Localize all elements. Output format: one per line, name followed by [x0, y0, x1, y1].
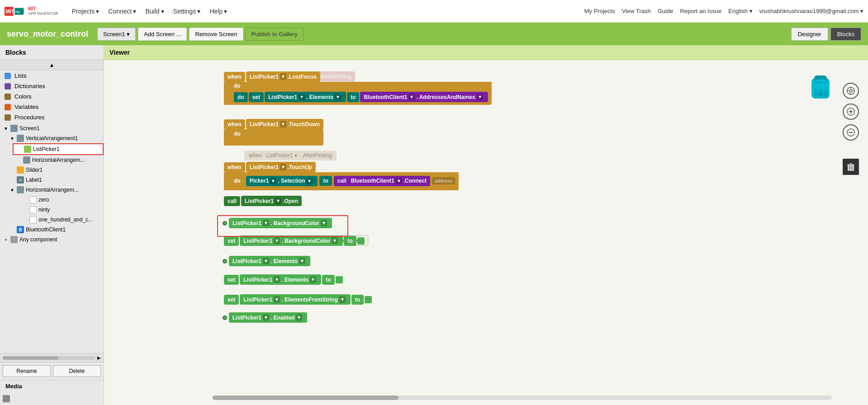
nav-my-projects[interactable]: My Projects — [584, 8, 615, 14]
bt-call-dropdown[interactable]: ▾ — [396, 178, 402, 184]
block-touchdown-component[interactable]: ListPicker1 ▾ .TouchDown — [246, 119, 323, 129]
bt-dropdown[interactable]: ▾ — [408, 94, 415, 100]
tree-toggle-any[interactable]: + — [3, 236, 9, 243]
block-set-elementsfromstring[interactable]: set ListPicker1 ▾ . ElementsFromString ▾… — [224, 294, 372, 305]
add-screen-button[interactable]: Add Screen ... — [138, 28, 187, 41]
block-set-efs-component[interactable]: ListPicker1 ▾ . ElementsFromString ▾ — [240, 294, 351, 305]
backpack-icon[interactable] — [805, 74, 836, 105]
selection-dropdown[interactable]: ▾ — [306, 178, 313, 184]
block-set-efs-value[interactable] — [365, 296, 372, 303]
tree-item-zero[interactable]: zero — [19, 195, 104, 205]
nav-user-email[interactable]: vrushabhkrushnarao1999@gmail.com ▾ — [759, 8, 864, 14]
block-group-lostfocus[interactable]: BeforePicking when ListPicker1 ▾ .LostFo… — [224, 71, 492, 105]
block-call-listpicker-open[interactable]: ListPicker1 ▾ .Open — [241, 196, 302, 206]
block-bluetoothclient1[interactable]: BluetoothClient1 ▾ . AddressesAndNames ▾ — [360, 92, 488, 102]
addresses-dropdown[interactable]: ▾ — [477, 94, 483, 100]
block-call-bt-connect[interactable]: call BluetoothClient1 ▾ .Connect — [334, 176, 430, 186]
set-efs-prop-dropdown[interactable]: ▾ — [339, 296, 346, 303]
nav-build[interactable]: Build ▾ — [141, 5, 168, 18]
set-efs-lp-dropdown[interactable]: ▾ — [274, 296, 280, 303]
delete-button[interactable]: Delete — [53, 365, 101, 377]
tree-item-screen1[interactable]: ▼ Screen1 — [0, 123, 104, 133]
set-elements-lp-dropdown[interactable]: ▾ — [274, 276, 280, 283]
rename-button[interactable]: Rename — [3, 365, 51, 377]
listpicker1-dropdown[interactable]: ▾ — [280, 73, 286, 80]
td-dropdown[interactable]: ▾ — [280, 121, 286, 127]
block-group-touchdown[interactable]: when ListPicker1 ▾ .TouchDown do — [224, 119, 323, 146]
viewer-canvas[interactable]: BeforePicking when ListPicker1 ▾ .LostFo… — [104, 60, 868, 404]
tree-item-slider1[interactable]: Slider1 — [6, 165, 104, 175]
block-enabled-getter[interactable]: ListPicker1 ▾ . Enabled ▾ — [223, 312, 307, 323]
nav-language[interactable]: English ▾ — [728, 8, 752, 14]
tree-item-horizontal-arrangement2[interactable]: ▼ HorizontalArrangem... — [6, 185, 104, 195]
screen-selector-button[interactable]: Screen1 ▾ — [97, 28, 136, 41]
block-set-elements-component[interactable]: ListPicker1 ▾ . Elements ▾ — [240, 274, 321, 285]
category-procedures[interactable]: Procedures — [0, 112, 104, 122]
block-listpicker1-component[interactable]: ListPicker1 ▾ .LostFocus — [246, 71, 320, 82]
tree-toggle-screen1[interactable]: ▼ — [3, 125, 9, 132]
elements-dropdown[interactable]: ▾ — [299, 94, 305, 100]
center-view-button[interactable] — [843, 83, 859, 99]
elements-getter-prop-dropdown[interactable]: ▾ — [299, 258, 305, 264]
block-listpicker1-bgcolor[interactable]: ListPicker1 ▾ . BackgroundColor ▾ — [229, 218, 332, 228]
tree-item-one-hundred[interactable]: one_hundred_and_c... — [19, 215, 104, 225]
nav-help[interactable]: Help ▾ — [205, 5, 232, 18]
tree-item-bluetooth[interactable]: B BluetoothClient1 — [6, 225, 104, 235]
tree-item-any-component[interactable]: + Any component — [0, 235, 104, 245]
scroll-right-icon[interactable]: ▶ — [97, 355, 101, 360]
scroll-up-icon[interactable]: ▲ — [49, 62, 55, 68]
publish-to-gallery-button[interactable]: Publish to Gallery — [246, 28, 304, 41]
block-set-elements-value[interactable] — [336, 276, 343, 283]
horizontal-scrollbar[interactable] — [213, 396, 832, 400]
block-picker-selection[interactable]: Picker1 ▾ . Selection ▾ — [246, 176, 318, 186]
picker-dropdown[interactable]: ▾ — [270, 178, 276, 184]
block-set-bgcolor-component[interactable]: ListPicker1 ▾ . BackgroundColor ▾ — [240, 235, 343, 246]
tree-item-label1[interactable]: A Label1 — [6, 175, 104, 185]
set-bgcolor-prop-dropdown[interactable]: ▾ — [332, 237, 338, 244]
remove-screen-button[interactable]: Remove Screen — [189, 28, 243, 41]
block-set-elements[interactable]: set ListPicker1 ▾ . Elements ▾ to — [224, 274, 343, 285]
block-listpicker1-elements[interactable]: ListPicker1 ▾ . Elements ▾ — [265, 92, 346, 102]
enabled-prop-dropdown[interactable]: ▾ — [296, 314, 302, 321]
block-touchup-component[interactable]: ListPicker1 ▾ .TouchUp — [246, 162, 316, 172]
open-dropdown[interactable]: ▾ — [275, 198, 281, 204]
tu-dropdown[interactable]: ▾ — [280, 164, 286, 170]
block-elements-getter[interactable]: ListPicker1 ▾ . Elements ▾ — [223, 256, 310, 266]
scrollbar-thumb[interactable] — [213, 396, 398, 400]
nav-connect[interactable]: Connect ▾ — [104, 5, 141, 18]
block-bgcolor-getter[interactable]: ListPicker1 ▾ . BackgroundColor ▾ — [223, 218, 332, 228]
block-group-touchup[interactable]: when ListPicker1 ▾ .TouchUp do Picker1 ▾… — [224, 162, 459, 190]
tree-item-ninty[interactable]: ninty — [19, 205, 104, 215]
block-set-bgcolor-value[interactable] — [357, 237, 365, 245]
bgcolor-lp-dropdown[interactable]: ▾ — [263, 220, 269, 226]
nav-view-trash[interactable]: View Trash — [622, 8, 651, 14]
tree-toggle-va1[interactable]: ▼ — [9, 135, 15, 141]
tree-item-horizontal-arrangement-va[interactable]: HorizontalArrangem... — [13, 155, 104, 165]
set-bgcolor-lp-dropdown[interactable]: ▾ — [274, 237, 280, 244]
tree-toggle-ha[interactable] — [15, 157, 22, 163]
blocks-mode-button[interactable]: Blocks — [830, 28, 861, 41]
block-listpicker1-elements-getter[interactable]: ListPicker1 ▾ . Elements ▾ — [229, 256, 310, 266]
elements-getter-lp-dropdown[interactable]: ▾ — [263, 258, 269, 264]
set-elements-prop-dropdown[interactable]: ▾ — [310, 276, 316, 283]
elements-prop-dropdown[interactable]: ▾ — [335, 94, 341, 100]
category-lists[interactable]: Lists — [0, 71, 104, 81]
enabled-lp-dropdown[interactable]: ▾ — [263, 314, 269, 321]
trash-button[interactable] — [843, 159, 859, 175]
tree-item-list-picker1[interactable]: ListPicker1 — [13, 143, 104, 155]
nav-projects[interactable]: Projects ▾ — [67, 5, 104, 18]
block-listpicker1-enabled[interactable]: ListPicker1 ▾ . Enabled ▾ — [229, 312, 307, 323]
category-dictionaries[interactable]: Dictionaries — [0, 81, 104, 91]
tree-item-vertical-arrangement1[interactable]: ▼ VerticalArrangement1 — [6, 133, 104, 143]
block-set-bgcolor[interactable]: set ListPicker1 ▾ . BackgroundColor ▾ to — [224, 235, 365, 246]
block-call-open[interactable]: call ListPicker1 ▾ .Open — [224, 196, 302, 206]
bgcolor-prop-dropdown[interactable]: ▾ — [321, 220, 327, 226]
designer-mode-button[interactable]: Designer — [791, 28, 828, 41]
category-colors[interactable]: Colors — [0, 91, 104, 102]
zoom-out-button[interactable] — [843, 124, 859, 141]
nav-settings[interactable]: Settings ▾ — [169, 5, 205, 18]
nav-guide[interactable]: Guide — [658, 8, 674, 14]
nav-report-issue[interactable]: Report an Issue — [680, 8, 721, 14]
tree-toggle-ha2[interactable]: ▼ — [9, 187, 15, 193]
zoom-in-button[interactable] — [843, 104, 859, 120]
